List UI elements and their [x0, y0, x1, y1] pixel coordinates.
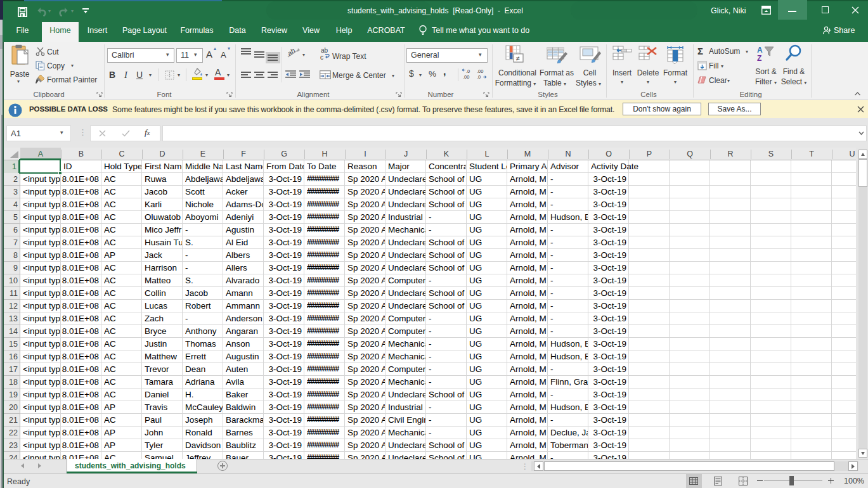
- svg-text:.00: .00: [463, 74, 469, 80]
- svg-text:.0: .0: [466, 68, 470, 74]
- svg-text:c: c: [320, 54, 323, 61]
- svg-text:Z: Z: [757, 54, 761, 62]
- svg-text:A: A: [757, 46, 763, 55]
- svg-text:≠: ≠: [516, 55, 520, 62]
